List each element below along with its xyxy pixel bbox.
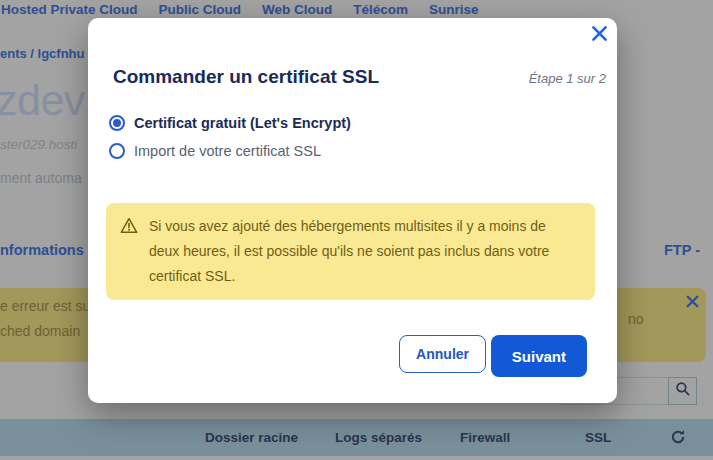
app-window: Hosted Private Cloud Public Cloud Web Cl… (0, 0, 713, 460)
modal-close-icon[interactable] (590, 24, 608, 42)
radio-option-lets-encrypt[interactable]: Certificat gratuit (Let's Encrypt) (109, 115, 351, 131)
modal-step-indicator: Étape 1 sur 2 (529, 71, 606, 86)
order-ssl-modal: Commander un certificat SSL Étape 1 sur … (88, 18, 617, 403)
radio-unselected-icon[interactable] (109, 143, 125, 159)
warning-callout: Si vous avez ajouté des hébergements mul… (106, 203, 595, 300)
radio-selected-icon[interactable] (109, 115, 125, 131)
warning-text: Si vous avez ajouté des hébergements mul… (149, 214, 567, 289)
radio-option-label: Certificat gratuit (Let's Encrypt) (134, 115, 351, 131)
warning-triangle-icon (120, 217, 138, 238)
modal-title: Commander un certificat SSL (113, 67, 379, 86)
next-button[interactable]: Suivant (491, 335, 587, 377)
radio-option-label: Import de votre certificat SSL (134, 143, 321, 159)
radio-option-import-ssl[interactable]: Import de votre certificat SSL (109, 143, 321, 159)
cancel-button[interactable]: Annuler (399, 335, 486, 373)
